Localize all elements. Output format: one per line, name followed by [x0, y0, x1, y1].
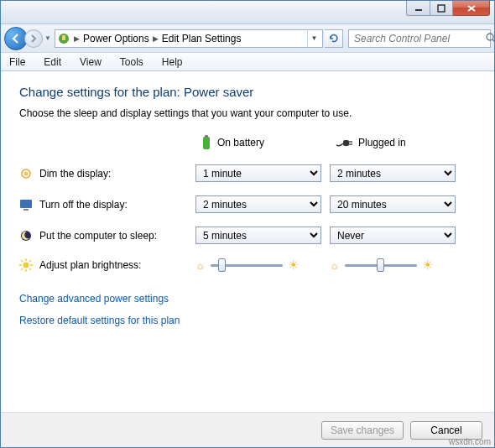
link-advanced-settings[interactable]: Change advanced power settings	[19, 293, 169, 305]
svg-rect-10	[343, 140, 349, 146]
links-section: Change advanced power settings Restore d…	[19, 293, 476, 326]
brightness-battery-cell: ☼ ☀	[195, 258, 330, 273]
search-icon	[486, 33, 495, 44]
dim-battery-select[interactable]: 1 minute	[195, 164, 321, 182]
sun-bright-icon: ☀	[422, 258, 433, 273]
column-label: Plugged in	[358, 137, 406, 148]
minimize-button[interactable]	[406, 1, 430, 16]
column-header-plugged: Plugged in	[330, 137, 464, 148]
chevron-right-icon: ▶	[74, 34, 80, 43]
menu-view[interactable]: View	[76, 55, 105, 70]
forward-button[interactable]	[24, 29, 43, 48]
monitor-icon	[19, 198, 33, 211]
svg-line-24	[29, 268, 31, 270]
row-sleep: Put the computer to sleep:	[19, 229, 195, 242]
row-dim-display: Dim the display:	[19, 167, 195, 180]
breadcrumb-label: Power Options	[83, 33, 149, 44]
titlebar	[1, 1, 494, 24]
row-turnoff-display: Turn off the display:	[19, 198, 195, 211]
menu-tools[interactable]: Tools	[117, 55, 147, 70]
refresh-icon	[328, 33, 340, 44]
sun-dim-icon: ☼	[330, 259, 340, 272]
brightness-plugged-slider[interactable]	[345, 258, 417, 273]
arrow-right-icon	[29, 34, 38, 43]
window-frame: ▼ ▶ Power Options ▶ Edit Plan Settings ▼	[0, 0, 495, 448]
search-box[interactable]	[348, 29, 491, 48]
address-bar[interactable]: ▶ Power Options ▶ Edit Plan Settings ▼	[55, 29, 323, 48]
turnoff-battery-select[interactable]: 2 minutes	[195, 195, 321, 213]
settings-grid: On battery Plugged in Dim the display: 1…	[19, 134, 476, 273]
brightness-battery-slider[interactable]	[211, 258, 283, 273]
sun-dim-icon: ☼	[195, 259, 206, 272]
save-button[interactable]: Save changes	[321, 421, 404, 440]
content-area: Change settings for the plan: Power save…	[1, 71, 494, 412]
sun-bright-icon: ☀	[288, 258, 299, 273]
svg-rect-16	[23, 209, 29, 211]
arrow-left-icon	[10, 33, 22, 44]
link-restore-defaults[interactable]: Restore default settings for this plan	[19, 315, 180, 326]
maximize-icon	[437, 4, 446, 13]
dim-plugged-select[interactable]: 2 minutes	[330, 164, 456, 182]
navbar: ▼ ▶ Power Options ▶ Edit Plan Settings ▼	[1, 24, 494, 53]
svg-line-23	[21, 260, 23, 262]
row-label-text: Dim the display:	[39, 168, 111, 180]
svg-rect-1	[438, 5, 445, 12]
column-header-battery: On battery	[195, 134, 330, 151]
plug-icon	[335, 137, 353, 148]
svg-rect-15	[20, 200, 32, 208]
svg-rect-8	[203, 137, 210, 149]
nav-arrows: ▼	[4, 27, 53, 50]
breadcrumb-item-1[interactable]: ▶ Power Options	[74, 33, 149, 44]
minimize-icon	[414, 4, 423, 13]
search-input[interactable]	[352, 32, 482, 45]
svg-point-14	[24, 171, 29, 175]
svg-rect-9	[205, 135, 208, 138]
turnoff-plugged-select[interactable]: 20 minutes	[330, 195, 456, 213]
watermark: wsxdn.com	[449, 437, 491, 446]
breadcrumb-item-2[interactable]: ▶ Edit Plan Settings	[153, 33, 242, 44]
row-brightness: Adjust plan brightness:	[19, 258, 195, 272]
caption-buttons	[406, 1, 490, 16]
brightness-icon	[19, 258, 33, 272]
refresh-button[interactable]	[325, 29, 343, 48]
row-label-text: Put the computer to sleep:	[39, 230, 157, 242]
moon-icon	[19, 229, 33, 242]
svg-point-6	[487, 34, 493, 40]
svg-rect-5	[62, 35, 65, 40]
menu-help[interactable]: Help	[159, 55, 186, 70]
row-label-text: Adjust plan brightness:	[39, 259, 141, 271]
page-title: Change settings for the plan: Power save…	[19, 85, 476, 99]
svg-point-18	[23, 263, 29, 268]
menubar: File Edit View Tools Help	[1, 53, 494, 71]
menu-file[interactable]: File	[6, 55, 29, 70]
nav-history-dropdown[interactable]: ▼	[43, 29, 53, 48]
footer: Save changes Cancel	[1, 412, 494, 447]
chevron-right-icon: ▶	[153, 34, 159, 43]
breadcrumb-label: Edit Plan Settings	[162, 33, 242, 44]
sleep-plugged-select[interactable]: Never	[330, 227, 456, 244]
column-label: On battery	[217, 137, 264, 148]
maximize-button[interactable]	[430, 1, 453, 16]
close-icon	[466, 4, 477, 13]
svg-line-26	[29, 260, 31, 262]
sleep-battery-select[interactable]: 5 minutes	[195, 227, 321, 244]
svg-line-25	[21, 268, 23, 270]
row-label-text: Turn off the display:	[39, 199, 128, 211]
close-button[interactable]	[453, 1, 490, 16]
battery-icon	[201, 134, 212, 151]
page-subtext: Choose the sleep and display settings th…	[19, 107, 476, 119]
menu-edit[interactable]: Edit	[40, 55, 65, 70]
brightness-plugged-cell: ☼ ☀	[330, 258, 464, 273]
control-panel-icon	[57, 32, 70, 45]
address-dropdown[interactable]: ▼	[307, 30, 320, 47]
dim-display-icon	[19, 167, 33, 180]
